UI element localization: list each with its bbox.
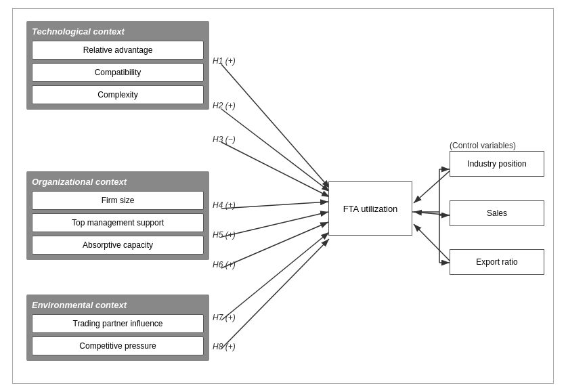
svg-line-7 (221, 222, 328, 268)
factor-firm-size: Firm size (32, 191, 204, 210)
hyp-h3: H3 (−) (213, 135, 236, 144)
svg-line-18 (414, 212, 452, 215)
sales-box: Sales (450, 200, 544, 226)
factor-competitive-pressure: Competitive pressure (32, 336, 204, 355)
svg-line-3 (221, 109, 330, 192)
factor-complexity: Complexity (32, 85, 204, 104)
fta-label: FTA utilization (343, 204, 398, 214)
hyp-h8: H8 (+) (213, 342, 236, 351)
diagram-container: Technological context Relative advantage… (12, 8, 554, 384)
sales-label: Sales (487, 209, 507, 218)
org-context-title: Organizational context (32, 177, 204, 187)
hyp-h5: H5 (+) (213, 230, 236, 240)
svg-line-4 (221, 142, 330, 197)
fta-utilization-box: FTA utilization (328, 181, 412, 236)
hyp-h7: H7 (+) (213, 313, 236, 322)
industry-position-box: Industry position (450, 151, 544, 177)
export-ratio-box: Export ratio (450, 249, 544, 275)
hyp-h2: H2 (+) (213, 101, 236, 110)
svg-line-2 (221, 64, 330, 188)
hyp-h4: H4 (+) (213, 200, 236, 210)
export-ratio-label: Export ratio (476, 257, 517, 267)
env-context-title: Environmental context (32, 300, 204, 310)
svg-line-5 (221, 202, 328, 209)
industry-position-label: Industry position (467, 159, 526, 169)
env-context-box: Environmental context Trading partner in… (26, 295, 209, 361)
hyp-h6: H6 (+) (213, 260, 236, 269)
svg-line-9 (221, 239, 329, 349)
factor-relative-advantage: Relative advantage (32, 41, 204, 60)
svg-line-19 (414, 224, 452, 263)
hyp-h1: H1 (+) (213, 56, 236, 66)
org-context-box: Organizational context Firm size Top man… (26, 171, 209, 260)
svg-line-6 (221, 212, 328, 237)
factor-trading-partner: Trading partner influence (32, 314, 204, 333)
factor-compatibility: Compatibility (32, 63, 204, 82)
tech-context-box: Technological context Relative advantage… (26, 21, 209, 110)
tech-context-title: Technological context (32, 26, 204, 37)
control-variables-label: (Control variables) (450, 141, 516, 150)
factor-absorptive: Absorptive capacity (32, 236, 204, 255)
svg-line-8 (221, 232, 329, 320)
factor-top-mgmt: Top management support (32, 213, 204, 232)
svg-line-17 (414, 169, 452, 203)
